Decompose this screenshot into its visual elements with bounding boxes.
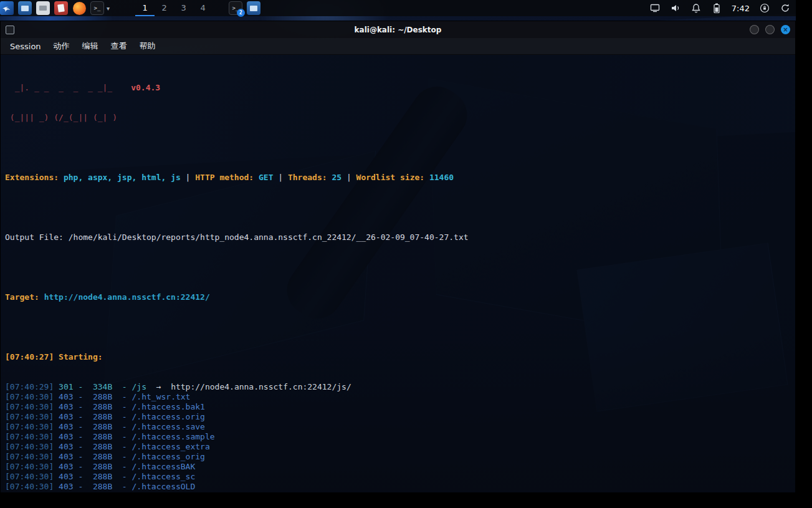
result-body: 403 - 288B - /.htaccess.sample [59,432,214,441]
result-timestamp: [07:40:30] [5,442,54,451]
panel-launchers: >_ ▾ 1234 >_ 2 [0,0,260,16]
blank-line [5,203,791,213]
result-body: 403 - 288B - /.htaccessOLD2 [59,492,200,492]
terminal-app-icon [6,26,14,34]
display-tray-button[interactable] [649,1,661,15]
target-url: http://node4.anna.nssctf.cn:22412/ [44,292,210,302]
close-button[interactable]: × [781,25,790,34]
firefox-icon [73,2,86,15]
result-row: [07:40:30] 403 - 288B - /.htaccess.save [5,422,791,432]
result-timestamp: [07:40:29] [5,382,54,391]
redirect-arrow: → [146,382,171,391]
starting-line: [07:40:27] Starting: [5,352,791,362]
result-row: [07:40:30] 403 - 288B - /.htaccess_orig [5,452,791,462]
result-row: [07:40:30] 403 - 288B - /.htaccessOLD2 [5,492,791,492]
volume-tray-button[interactable] [670,1,681,15]
info-value: php, aspx, jsp, html, js [64,173,181,182]
version-label: v0.4.3 [131,83,160,92]
kali-menu-button[interactable] [0,1,14,15]
clock[interactable]: 7:42 [732,4,750,13]
terminal-icon: >_ [94,6,101,11]
result-row: [07:40:30] 403 - 288B - /.htaccess_sc [5,472,791,482]
terminal-launcher-button[interactable]: >_ [90,1,104,15]
workspace-2[interactable]: 2 [155,0,174,16]
info-separator: | [273,173,287,182]
info-value: 25 [332,173,342,182]
result-body: 403 - 288B - /.htaccess.save [59,422,205,431]
info-label: Threads: [288,173,332,182]
result-body: 403 - 288B - /.htaccess_extra [59,442,210,451]
menu-item[interactable]: 动作 [48,39,75,54]
workspace-1[interactable]: 1 [135,0,155,16]
results-list: [07:40:29] 301 - 334B - /js → http://nod… [5,382,791,492]
display-icon [650,3,660,13]
result-timestamp: [07:40:30] [5,482,54,491]
firefox-button[interactable] [72,1,86,15]
blank-line [5,262,791,272]
result-row: [07:40:30] 403 - 288B - /.htaccess.orig [5,412,791,422]
maximize-button[interactable] [765,25,775,34]
file-manager-button[interactable] [18,1,32,15]
output-file-line: Output File: /home/kali/Desktop/reports/… [5,232,791,242]
result-row: [07:40:30] 403 - 288B - /.htaccess.bak1 [5,402,791,412]
speaker-icon [671,3,681,13]
top-panel: >_ ▾ 1234 >_ 2 [0,0,796,16]
session-refresh-button[interactable] [780,1,791,15]
target-line: Target: http://node4.anna.nssctf.cn:2241… [5,292,791,302]
window-title: kali@kali: ~/Desktop [355,26,442,34]
window-controls: × [750,25,790,34]
result-timestamp: [07:40:30] [5,422,54,431]
result-timestamp: [07:40:30] [5,432,54,441]
terminal-windows-button[interactable]: >_ 2 [229,1,242,15]
app-window-button[interactable] [247,1,260,15]
close-icon: × [783,27,788,33]
result-row: [07:40:30] 403 - 288B - /.htaccess.sampl… [5,432,791,442]
workspace-switcher: 1234 [135,0,213,16]
info-separator: | [181,173,195,182]
menu-item[interactable]: Session [4,40,47,53]
workspace-4[interactable]: 4 [193,0,213,16]
battery-icon [714,3,720,13]
terminal-window: kali@kali: ~/Desktop × Session动作编辑查看帮助 _… [0,21,796,493]
info-line: Extensions: php, aspx, jsp, html, js | H… [5,173,791,183]
workspace-3[interactable]: 3 [174,0,193,16]
chevron-down-icon[interactable]: ▾ [107,5,110,12]
minimize-button[interactable] [750,25,759,34]
result-body: 403 - 288B - /.htaccessBAK [59,462,195,471]
file-manager-icon [21,6,29,11]
window-count-badge: 2 [237,9,245,17]
banner-line: (_||| _) (/_(_|| (_| ) [5,113,791,123]
battery-tray-button[interactable] [711,1,722,15]
refresh-icon [780,3,790,13]
result-body: 403 - 288B - /.htaccess.bak1 [59,402,205,411]
terminal-content[interactable]: _|. _ _ _ _ _ _|_v0.4.3 (_||| _) (/_(_||… [1,55,795,492]
result-body: 403 - 288B - /.htaccess.orig [59,412,205,421]
menubar: Session动作编辑查看帮助 [1,38,795,55]
blank-line [5,322,791,332]
result-body: 403 - 288B - /.ht_wsr.txt [59,392,190,401]
files-button[interactable] [36,1,50,15]
result-timestamp: [07:40:30] [5,492,54,492]
info-label: HTTP method: [195,173,259,182]
menu-item[interactable]: 帮助 [134,39,161,54]
menu-item[interactable]: 查看 [105,39,133,54]
result-timestamp: [07:40:30] [5,472,54,481]
menu-item[interactable]: 编辑 [77,39,104,54]
info-label: Wordlist size: [356,173,429,182]
titlebar[interactable]: kali@kali: ~/Desktop × [1,21,795,38]
info-separator: | [342,173,356,182]
info-value: 11460 [429,173,454,182]
banner-line: _|. _ _ _ _ _ _|_v0.4.3 [5,83,791,93]
result-timestamp: [07:40:30] [5,392,54,401]
result-body: 301 - 334B - /js [59,382,146,391]
result-timestamp: [07:40:30] [5,412,54,421]
redirect-url: http://node4.anna.nssctf.cn:22412/js/ [171,382,351,391]
result-row: [07:40:30] 403 - 288B - /.htaccessBAK [5,462,791,472]
blank-line [5,143,791,153]
notifications-tray-button[interactable] [690,1,702,15]
lock-screen-button[interactable] [759,1,770,15]
result-body: 403 - 288B - /.htaccess_sc [59,472,195,481]
text-editor-button[interactable] [54,1,68,15]
result-body: 403 - 288B - /.htaccessOLD [59,482,195,491]
info-label: Extensions: [5,173,64,182]
